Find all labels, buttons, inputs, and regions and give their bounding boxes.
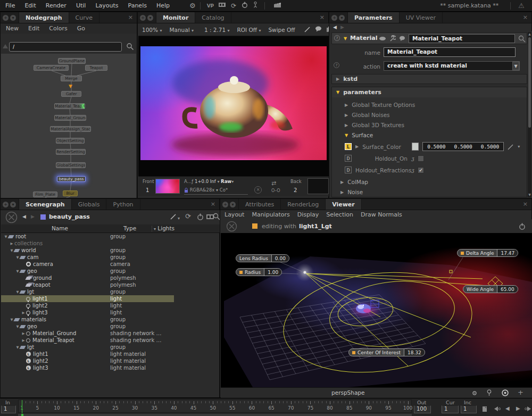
- copy-frame-icon[interactable]: [482, 406, 488, 413]
- manipulator-pill-delta-angle[interactable]: Delta Angle17.47: [457, 249, 518, 257]
- tree-row-light3[interactable]: ▶light3light: [1, 309, 174, 316]
- group-colmap[interactable]: ▶ColMap: [340, 179, 368, 185]
- tab-monitor[interactable]: Monitor: [156, 12, 195, 23]
- front-close-icon[interactable]: ×: [254, 186, 262, 194]
- monitor-viewport[interactable]: [138, 36, 329, 176]
- pill-value[interactable]: 17.47: [497, 249, 518, 256]
- tree-row-light1[interactable]: Llight1light material: [1, 351, 174, 357]
- tree-row-ground[interactable]: groundpolymesh: [1, 274, 174, 281]
- menu-edit[interactable]: Edit: [20, 2, 40, 9]
- menu-display[interactable]: Display: [297, 211, 319, 218]
- menu-render[interactable]: Render: [41, 2, 71, 9]
- color-values-field[interactable]: 0.5000 0.5000 0.5000: [422, 142, 504, 151]
- pill-value[interactable]: 65.00: [497, 286, 518, 293]
- refresh-icon[interactable]: ⟳: [185, 212, 191, 220]
- history-back-icon[interactable]: ◀: [333, 24, 337, 30]
- action-dropdown[interactable]: create with kstd material: [384, 61, 520, 71]
- menu-manipulators[interactable]: Manipulators: [252, 211, 289, 218]
- tab-attributes[interactable]: Attributes: [239, 199, 281, 210]
- pixel-probe-icon[interactable]: [302, 26, 313, 34]
- eyedropper-icon[interactable]: [508, 144, 514, 150]
- back-thumbnail[interactable]: [307, 178, 329, 194]
- group-noise[interactable]: ▶Noise: [340, 189, 363, 195]
- panel-menu-icon[interactable]: ▾: [147, 15, 153, 21]
- expand-icon[interactable]: ▼: [344, 36, 347, 41]
- panel-menu-icon[interactable]: ▾: [10, 202, 16, 207]
- tree-row-collections[interactable]: ▶collections: [1, 240, 174, 247]
- name-field[interactable]: Material_Teapot: [384, 47, 516, 57]
- panel-add-icon[interactable]: +: [222, 202, 228, 207]
- aperture-icon[interactable]: [502, 389, 509, 397]
- pill-value[interactable]: 18.32: [404, 349, 425, 356]
- clear-icon[interactable]: [5, 211, 18, 223]
- gear-icon[interactable]: ⚙: [189, 2, 196, 10]
- history-forward-icon[interactable]: ▶: [340, 24, 344, 30]
- tree-row-light2[interactable]: Llight2light material: [1, 357, 174, 364]
- tree-row-camera[interactable]: cameracamera: [1, 261, 174, 268]
- tree-row-root[interactable]: ▼rootgroup: [1, 233, 174, 240]
- viewer-3d-viewport[interactable]: Lens Radius0.00Radius1.00Delta Angle17.4…: [221, 233, 532, 387]
- wrench-icon[interactable]: [389, 35, 396, 42]
- timeline-scrollbar[interactable]: [18, 414, 412, 416]
- link-views-icon[interactable]: O–O: [271, 188, 280, 193]
- dropdown-arrow-icon[interactable]: ▼: [512, 62, 519, 70]
- group-global-noises[interactable]: ▶Global Noises: [345, 112, 390, 118]
- menu-new[interactable]: New: [6, 25, 19, 32]
- close-icon[interactable]: ×: [207, 199, 219, 210]
- update-mode-select[interactable]: Manual ▾: [165, 27, 197, 33]
- power-icon[interactable]: [197, 213, 204, 220]
- comment-icon[interactable]: [399, 36, 405, 41]
- forward-icon[interactable]: ▶: [31, 214, 35, 219]
- tab-viewer[interactable]: Viewer: [326, 199, 362, 210]
- close-icon[interactable]: ×: [124, 12, 137, 23]
- group-surface[interactable]: ▼Surface: [345, 132, 373, 138]
- node-beauty_pass[interactable]: beauty_pass: [57, 176, 86, 182]
- menu-edit-ng[interactable]: Edit: [28, 25, 39, 32]
- power-icon[interactable]: [519, 223, 526, 230]
- vp-toggle[interactable]: VP: [207, 3, 214, 9]
- swipe-toggle[interactable]: Swipe Off: [264, 27, 298, 33]
- expander-icon[interactable]: ▶: [9, 242, 14, 246]
- playhead[interactable]: [22, 400, 22, 413]
- dot-icon[interactable]: [472, 390, 477, 397]
- material-node-header[interactable]: ? ▼ Material Material_Teapot: [331, 32, 527, 44]
- node-CameraCreate[interactable]: CameraCreate: [34, 65, 69, 71]
- next-key-icon[interactable]: [525, 406, 531, 413]
- search-icon[interactable]: [126, 43, 134, 52]
- tree-row-materials[interactable]: ▼materialsgroup: [1, 316, 174, 323]
- tree-row-Material_Ground[interactable]: ▶Material_Groundshading network …: [1, 330, 174, 337]
- pen-icon[interactable]: ▾: [170, 213, 180, 221]
- expander-icon[interactable]: ▶: [21, 331, 26, 336]
- frame-ruler[interactable]: 1510152025303540455055606570758085909510…: [18, 400, 412, 413]
- panel-add-icon[interactable]: +: [331, 15, 337, 21]
- zoom-select[interactable]: 100% ▾: [138, 27, 165, 33]
- group-global-3d-textures[interactable]: ▶Global 3D Textures: [345, 122, 404, 128]
- state-pin-icon[interactable]: ʒ: [411, 168, 414, 173]
- manipulator-pill-lens-radius[interactable]: Lens Radius0.00: [236, 254, 289, 262]
- expander-icon[interactable]: ▶: [21, 338, 26, 343]
- menu-layouts[interactable]: Layouts: [90, 2, 123, 9]
- expand-icon[interactable]: ▶: [355, 144, 359, 149]
- parameters-section-header[interactable]: ▼parameters: [332, 87, 527, 97]
- tree-row-teapot[interactable]: teapotpolymesh: [1, 281, 174, 288]
- search-icon[interactable]: [213, 213, 220, 220]
- column-name[interactable]: Name: [52, 225, 68, 231]
- node-search-input[interactable]: [9, 42, 122, 52]
- tree-row-lgt[interactable]: ▼lgtgroup: [1, 288, 174, 295]
- node-Material_Ground[interactable]: Material_Ground: [54, 115, 86, 121]
- tab-nodegraph[interactable]: Nodegraph: [19, 12, 69, 23]
- tab-catalog[interactable]: Catalog: [195, 12, 231, 23]
- tree-row-geo[interactable]: ▼geogroup: [1, 268, 174, 274]
- tree-row-lgt[interactable]: ▼lgtgroup: [1, 344, 174, 351]
- menu-util[interactable]: Util: [71, 2, 90, 9]
- menu-panels[interactable]: Panels: [123, 2, 152, 9]
- pill-value[interactable]: 1.00: [264, 269, 281, 276]
- default-badge[interactable]: D: [345, 155, 352, 162]
- close-icon[interactable]: ×: [519, 199, 531, 210]
- node-GlobalSettings[interactable]: GlobalSettings: [56, 162, 86, 168]
- node-Merge[interactable]: Merge: [61, 76, 82, 81]
- figure-icon[interactable]: [253, 2, 257, 10]
- power-icon[interactable]: [242, 2, 248, 10]
- panel-add-icon[interactable]: +: [3, 202, 9, 207]
- kstd-section[interactable]: ▶kstd: [331, 74, 527, 84]
